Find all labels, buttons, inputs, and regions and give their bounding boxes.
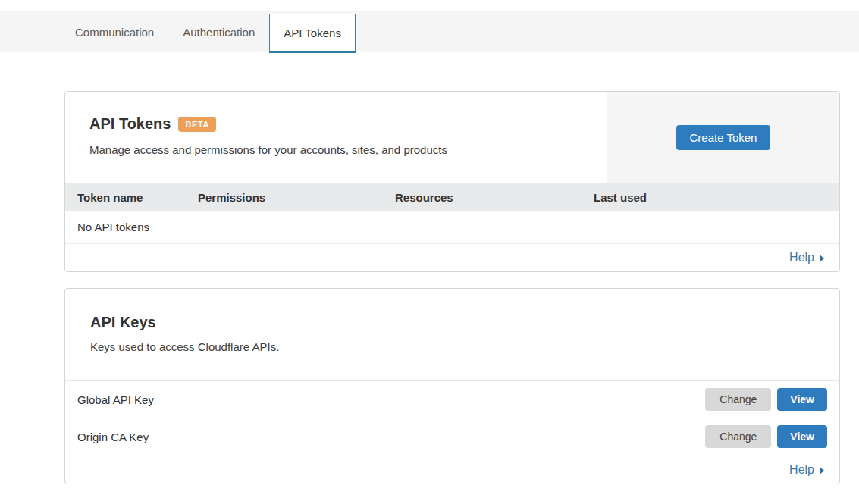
- tokens-help-link[interactable]: Help: [789, 251, 824, 265]
- beta-badge: BETA: [178, 117, 216, 132]
- global-api-key-change-button[interactable]: Change: [705, 388, 771, 411]
- tab-communication[interactable]: Communication: [61, 11, 168, 52]
- column-last-used: Last used: [594, 191, 839, 204]
- top-spacer: [0, 0, 859, 11]
- create-token-button[interactable]: Create Token: [676, 125, 771, 150]
- tokens-help-row: Help: [65, 244, 839, 271]
- tokens-help-label: Help: [789, 251, 814, 265]
- api-tokens-subtitle: Manage access and permissions for your a…: [89, 143, 582, 156]
- column-resources: Resources: [395, 191, 594, 204]
- origin-ca-key-view-button[interactable]: View: [777, 425, 827, 448]
- keys-help-link[interactable]: Help: [789, 463, 824, 477]
- origin-ca-key-change-button[interactable]: Change: [705, 425, 771, 448]
- tab-api-tokens[interactable]: API Tokens: [269, 14, 356, 53]
- tab-bar: Communication Authentication API Tokens: [0, 11, 859, 52]
- api-keys-card: API Keys Keys used to access Cloudflare …: [64, 288, 840, 484]
- global-api-key-row: Global API Key Change View: [65, 380, 839, 418]
- tab-authentication[interactable]: Authentication: [168, 11, 269, 52]
- api-keys-subtitle: Keys used to access Cloudflare APIs.: [90, 340, 814, 353]
- token-table-header: Token name Permissions Resources Last us…: [65, 183, 839, 211]
- api-tokens-header-actions: Create Token: [607, 92, 839, 183]
- api-keys-card-header: API Keys Keys used to access Cloudflare …: [65, 289, 839, 380]
- help-arrow-icon: [820, 467, 824, 474]
- global-api-key-label: Global API Key: [77, 393, 154, 406]
- empty-tokens-message: No API tokens: [77, 221, 149, 233]
- column-permissions: Permissions: [198, 191, 395, 204]
- keys-help-row: Help: [65, 455, 839, 484]
- main-content: API Tokens BETA Manage access and permis…: [0, 52, 859, 484]
- origin-ca-key-actions: Change View: [705, 425, 827, 448]
- global-api-key-view-button[interactable]: View: [777, 388, 827, 411]
- help-arrow-icon: [820, 255, 824, 262]
- api-tokens-card: API Tokens BETA Manage access and permis…: [64, 91, 840, 272]
- api-keys-title: API Keys: [90, 314, 814, 331]
- origin-ca-key-label: Origin CA Key: [77, 430, 149, 443]
- api-tokens-title: API Tokens: [89, 115, 171, 133]
- keys-help-label: Help: [789, 463, 814, 477]
- column-token-name: Token name: [77, 191, 198, 204]
- origin-ca-key-row: Origin CA Key Change View: [65, 418, 839, 455]
- api-tokens-header-text: API Tokens BETA Manage access and permis…: [65, 92, 607, 183]
- api-tokens-card-header: API Tokens BETA Manage access and permis…: [65, 92, 839, 183]
- global-api-key-actions: Change View: [705, 388, 827, 411]
- empty-tokens-row: No API tokens: [65, 211, 839, 244]
